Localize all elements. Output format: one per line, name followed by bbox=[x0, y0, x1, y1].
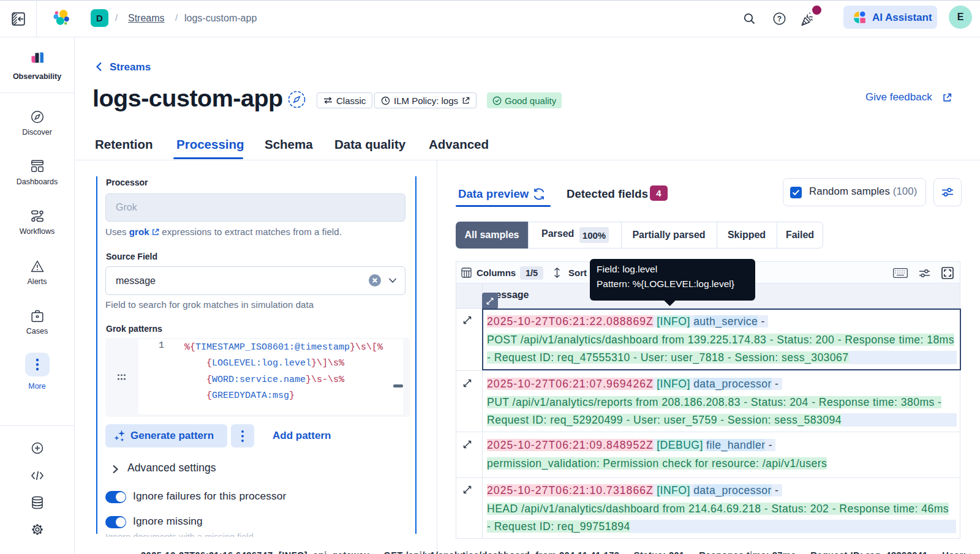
svg-text:?: ? bbox=[777, 15, 782, 23]
